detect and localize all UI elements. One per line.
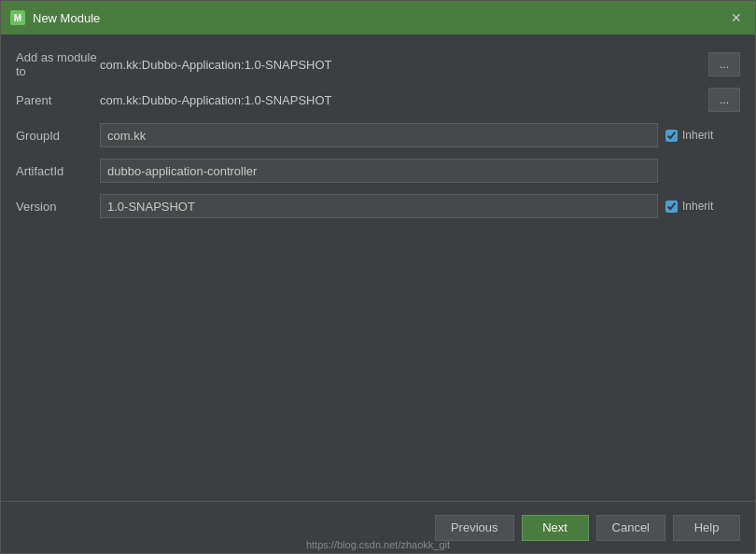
add-as-module-to-value: com.kk:Dubbo-Application:1.0-SNAPSHOT [100,58,703,72]
version-row: Version Inherit [16,191,740,221]
dialog-icon: M [10,10,25,25]
version-inherit-label: Inherit [665,200,740,213]
new-module-dialog: M New Module ✕ Add as module to com.kk:D… [0,0,756,554]
footer: Previous Next Cancel Help [1,501,755,553]
previous-button[interactable]: Previous [435,515,514,541]
parent-row: Parent com.kk:Dubbo-Application:1.0-SNAP… [16,85,740,115]
artifact-id-input[interactable] [100,159,658,183]
close-button[interactable]: ✕ [727,8,746,27]
version-inherit-checkbox[interactable] [665,201,678,213]
add-as-module-to-row: Add as module to com.kk:Dubbo-Applicatio… [16,49,740,79]
add-as-module-to-browse-button[interactable]: ... [708,52,740,76]
group-id-inherit-checkbox[interactable] [665,130,678,142]
group-id-input[interactable] [100,123,658,147]
parent-value: com.kk:Dubbo-Application:1.0-SNAPSHOT [100,93,703,107]
parent-label: Parent [16,93,100,107]
title-bar-left: M New Module [10,10,100,25]
help-button[interactable]: Help [673,515,740,541]
cancel-button[interactable]: Cancel [596,515,665,541]
title-bar: M New Module ✕ [1,1,755,35]
dialog-title: New Module [33,11,100,25]
group-id-inherit-label: Inherit [665,129,740,142]
add-as-module-to-label: Add as module to [16,50,100,78]
group-id-row: GroupId Inherit [16,120,740,150]
version-label: Version [16,200,100,214]
parent-browse-button[interactable]: ... [708,88,740,112]
next-button[interactable]: Next [522,515,589,541]
form-content: Add as module to com.kk:Dubbo-Applicatio… [1,35,755,501]
version-input[interactable] [100,194,658,218]
group-id-label: GroupId [16,129,100,143]
artifact-id-row: ArtifactId [16,156,740,186]
artifact-id-label: ArtifactId [16,164,100,178]
